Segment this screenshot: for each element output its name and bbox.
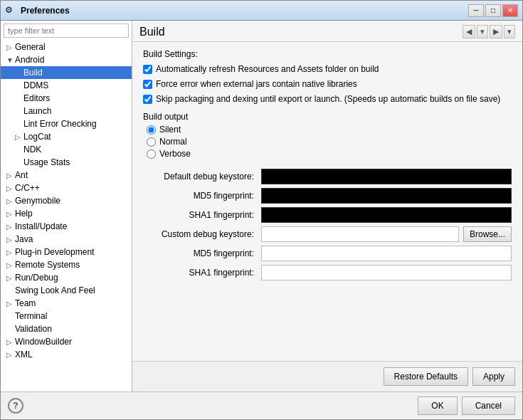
sidebar-item-editors[interactable]: Editors xyxy=(1,92,132,105)
sidebar-item-ant[interactable]: ▷ Ant xyxy=(1,169,132,182)
force-error-label: Force error when external jars contain n… xyxy=(156,78,357,90)
forward-dropdown-button[interactable]: ▾ xyxy=(504,25,515,38)
sidebar-item-launch[interactable]: Launch xyxy=(1,105,132,117)
back-dropdown-button[interactable]: ▾ xyxy=(477,25,488,38)
arrow-icon xyxy=(15,69,22,77)
footer-buttons: OK Cancel xyxy=(418,397,515,415)
sidebar-item-team[interactable]: ▷ Team xyxy=(1,297,132,310)
default-keystore-label: Default debug keystore: xyxy=(143,172,257,182)
ok-button[interactable]: OK xyxy=(418,397,457,415)
radio-row-verbose: Verbose xyxy=(147,149,512,159)
radio-row-silent: Silent xyxy=(147,125,512,135)
arrow-icon xyxy=(15,159,22,167)
help-icon[interactable]: ? xyxy=(8,398,23,414)
sidebar-item-java[interactable]: ▷ Java xyxy=(1,233,132,246)
arrow-icon: ▷ xyxy=(15,133,22,141)
sidebar-item-label: Lint Error Checking xyxy=(23,119,97,129)
sidebar-item-label: Remote Systems xyxy=(15,260,80,270)
sidebar-item-xml[interactable]: ▷ XML xyxy=(1,348,132,361)
window-icon: ⚙ xyxy=(5,5,16,16)
sidebar-item-install-update[interactable]: ▷ Install/Update xyxy=(1,220,132,233)
sidebar-item-plugin-dev[interactable]: ▷ Plug-in Development xyxy=(1,246,132,258)
sidebar-item-label: Team xyxy=(15,298,36,308)
sidebar-item-ddms[interactable]: DDMS xyxy=(1,79,132,92)
back-button[interactable]: ◀ xyxy=(463,25,475,38)
sidebar-item-android[interactable]: ▼ Android xyxy=(1,53,132,66)
maximize-button[interactable]: □ xyxy=(485,4,501,17)
arrow-icon: ▷ xyxy=(6,248,14,256)
sidebar-item-general[interactable]: ▷ General xyxy=(1,41,132,53)
sidebar-item-run-debug[interactable]: ▷ Run/Debug xyxy=(1,271,132,284)
bottom-buttons: Restore Defaults Apply xyxy=(132,361,522,392)
sidebar-item-logcat[interactable]: ▷ LogCat xyxy=(1,130,132,143)
sidebar-item-label: Help xyxy=(15,209,33,219)
verbose-label: Verbose xyxy=(159,149,191,159)
silent-radio[interactable] xyxy=(147,125,156,135)
sha1-input-1[interactable] xyxy=(261,207,512,223)
sidebar-item-genymobile[interactable]: ▷ Genymobile xyxy=(1,194,132,207)
sidebar-item-window-builder[interactable]: ▷ WindowBuilder xyxy=(1,335,132,348)
arrow-icon: ▷ xyxy=(6,274,14,282)
normal-label: Normal xyxy=(159,137,187,147)
sidebar-item-help[interactable]: ▷ Help xyxy=(1,207,132,220)
sidebar-item-terminal[interactable]: Terminal xyxy=(1,310,132,322)
skip-package-checkbox[interactable] xyxy=(143,95,152,104)
form-grid: Default debug keystore: MD5 fingerprint:… xyxy=(143,169,512,280)
sidebar-item-label: Usage Stats xyxy=(23,157,70,167)
arrow-icon: ▷ xyxy=(6,184,14,192)
sidebar-item-label: Plug-in Development xyxy=(15,247,94,257)
arrow-icon xyxy=(15,95,22,103)
force-error-checkbox[interactable] xyxy=(143,80,152,89)
panel-content: Build Settings: Automatically refresh Re… xyxy=(132,42,522,361)
browse-button[interactable]: Browse... xyxy=(463,226,512,242)
sidebar-item-swing-laf[interactable]: Swing Look And Feel xyxy=(1,284,132,297)
restore-defaults-button[interactable]: Restore Defaults xyxy=(384,367,468,386)
arrow-icon: ▷ xyxy=(6,210,14,218)
sidebar-item-label: Java xyxy=(15,234,33,244)
checkbox-row-force-error: Force error when external jars contain n… xyxy=(143,78,512,90)
filter-input[interactable] xyxy=(4,23,129,38)
sidebar-item-label: Editors xyxy=(23,93,50,103)
custom-keystore-input[interactable] xyxy=(261,226,459,242)
sidebar-item-label: NDK xyxy=(23,145,41,154)
sidebar-item-validation[interactable]: Validation xyxy=(1,322,132,335)
arrow-icon xyxy=(6,313,14,320)
sidebar-item-lint[interactable]: Lint Error Checking xyxy=(1,117,132,130)
cancel-button[interactable]: Cancel xyxy=(462,397,515,415)
arrow-icon: ▷ xyxy=(6,261,14,269)
close-button[interactable]: ✕ xyxy=(502,4,518,17)
sidebar-item-ndk[interactable]: NDK xyxy=(1,143,132,156)
sidebar-item-build[interactable]: Build xyxy=(1,66,132,79)
auto-refresh-label: Automatically refresh Resources and Asse… xyxy=(156,63,379,75)
sidebar-item-remote-systems[interactable]: ▷ Remote Systems xyxy=(1,258,132,271)
custom-keystore-label: Custom debug keystore: xyxy=(143,229,257,239)
verbose-radio[interactable] xyxy=(147,149,156,159)
auto-refresh-checkbox[interactable] xyxy=(143,65,152,74)
sidebar-item-usagestats[interactable]: Usage Stats xyxy=(1,156,132,169)
forward-button[interactable]: ▶ xyxy=(490,25,502,38)
md5-input-2[interactable] xyxy=(261,246,512,261)
default-keystore-input[interactable] xyxy=(261,169,512,184)
sidebar-item-label: Run/Debug xyxy=(15,273,58,283)
sidebar-item-label: General xyxy=(15,42,46,52)
skip-package-label: Skip packaging and dexing until export o… xyxy=(156,93,500,105)
sidebar-item-label: Launch xyxy=(23,106,51,116)
sha1-input-2[interactable] xyxy=(261,265,512,280)
arrow-icon xyxy=(15,146,22,154)
arrow-icon: ▼ xyxy=(6,56,14,64)
preferences-window: ⚙ Preferences ─ □ ✕ ▷ General ▼ Android xyxy=(0,0,523,420)
title-bar-buttons: ─ □ ✕ xyxy=(468,4,518,17)
apply-button[interactable]: Apply xyxy=(472,367,515,386)
nav-arrows: ◀ ▾ ▶ ▾ xyxy=(463,25,515,38)
checkbox-row-skip-package: Skip packaging and dexing until export o… xyxy=(143,93,512,105)
arrow-icon: ▷ xyxy=(6,300,14,308)
sidebar-item-cpp[interactable]: ▷ C/C++ xyxy=(1,182,132,194)
arrow-icon: ▷ xyxy=(6,172,14,179)
sha1-label-1: SHA1 fingerprint: xyxy=(143,210,257,220)
sidebar-item-label: Ant xyxy=(15,170,28,180)
normal-radio[interactable] xyxy=(147,137,156,147)
sidebar-item-label: DDMS xyxy=(23,80,48,90)
md5-input-1[interactable] xyxy=(261,188,512,204)
arrow-icon xyxy=(6,287,14,295)
minimize-button[interactable]: ─ xyxy=(468,4,484,17)
